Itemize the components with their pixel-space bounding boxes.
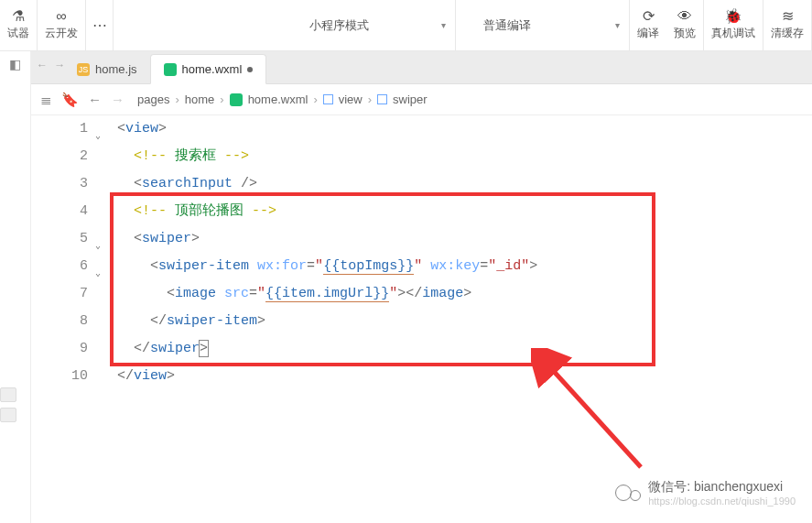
code-line[interactable]: <searchInput /> (117, 170, 812, 198)
breadcrumb-pages[interactable]: pages (137, 93, 169, 106)
breadcrumb-swiper[interactable]: swiper (393, 93, 428, 106)
line-number: 8 (31, 308, 88, 335)
code-line[interactable]: <swiper-item wx:for="{{topImgs}}" wx:key… (117, 253, 812, 280)
eye-icon: 👁 (677, 9, 692, 24)
line-number: 4 (31, 198, 88, 225)
compile-button[interactable]: ⟳ 编译 (630, 0, 666, 50)
line-gutter: 1⌄2345⌄6⌄78910 (31, 115, 97, 523)
breadcrumb-view[interactable]: view (339, 93, 363, 106)
refresh-icon: ⟳ (643, 9, 655, 24)
toolbar-more-icon[interactable]: ⋯ (86, 0, 114, 50)
compile-label: 编译 (637, 26, 659, 41)
cloud-dev-label: 云开发 (45, 26, 78, 41)
line-number: 6⌄ (31, 253, 88, 280)
code-content[interactable]: <view> <!-- 搜索框 --> <searchInput /> <!--… (97, 115, 812, 523)
line-number: 7 (31, 280, 88, 308)
mode-dropdown[interactable]: 小程序模式 ▾ (300, 0, 456, 50)
bookmark-icon[interactable]: 🔖 (61, 92, 79, 108)
back-icon[interactable]: ← (88, 92, 102, 107)
preview-button[interactable]: 👁 预览 (666, 0, 703, 50)
code-line[interactable]: <image src="{{item.imgUrl}}"></image> (117, 280, 812, 308)
code-line[interactable]: </view> (117, 363, 812, 390)
code-editor[interactable]: 1⌄2345⌄6⌄78910 <view> <!-- 搜索框 --> <sear… (31, 115, 812, 523)
left-rail-chips (0, 387, 16, 422)
code-line[interactable]: </swiper> (117, 335, 812, 363)
chevron-down-icon: ▾ (615, 20, 620, 30)
wechat-icon (615, 485, 641, 501)
cloud-dev-button[interactable]: ∞ 云开发 (38, 0, 85, 50)
infinity-icon: ∞ (56, 9, 66, 24)
flask-icon: ⚗ (12, 9, 25, 24)
real-device-button[interactable]: 🐞 真机调试 (704, 0, 763, 50)
line-number: 9 (31, 335, 88, 363)
line-number: 10 (31, 363, 88, 390)
tab-label: home.js (95, 62, 137, 76)
editor-tabs: JShome.jshome.wxml (31, 51, 812, 84)
line-number: 1⌄ (31, 115, 88, 143)
code-line[interactable]: <view> (117, 115, 812, 143)
forward-icon[interactable]: → (111, 92, 125, 107)
editor-left-strip: ◧ (0, 51, 31, 523)
compile-mode-dropdown[interactable]: 普通编译 ▾ (474, 0, 630, 50)
breadcrumb-home[interactable]: home (185, 93, 215, 106)
dirty-dot-icon (247, 67, 253, 72)
bug-icon: 🐞 (724, 9, 742, 24)
breadcrumb: pages›home›home.wxml›view›swiper (137, 93, 428, 106)
code-line[interactable]: <!-- 搜索框 --> (117, 143, 812, 170)
chevron-down-icon: ▾ (441, 20, 446, 30)
wxml-file-icon (230, 93, 243, 106)
real-device-label: 真机调试 (711, 26, 755, 41)
tab-label: home.wxml (182, 62, 243, 76)
line-number: 5⌄ (31, 225, 88, 253)
code-line[interactable]: <!-- 顶部轮播图 --> (117, 198, 812, 225)
watermark-main: 微信号: bianchengxuexi (648, 479, 783, 494)
element-icon (323, 94, 333, 104)
code-line[interactable]: <swiper> (117, 225, 812, 253)
list-icon[interactable]: ≣ (40, 92, 52, 108)
breadcrumb-home.wxml[interactable]: home.wxml (248, 93, 309, 106)
clear-cache-label: 清缓存 (771, 26, 804, 41)
preview-label: 预览 (674, 26, 696, 41)
js-file-icon: JS (77, 63, 90, 76)
split-icon[interactable]: ◧ (9, 57, 21, 71)
compile-mode-label: 普通编译 (483, 17, 531, 34)
debugger-button[interactable]: ⚗ 试器 (0, 0, 37, 50)
watermark-sub: https://blog.csdn.net/qiushi_1990 (648, 496, 796, 507)
clear-cache-button[interactable]: ≋ 清缓存 (763, 0, 811, 50)
mode-dropdown-label: 小程序模式 (309, 17, 369, 34)
tab-home-js[interactable]: JShome.js (64, 55, 150, 83)
debugger-label: 试器 (7, 26, 29, 41)
line-number: 3 (31, 170, 88, 198)
element-icon (377, 94, 387, 104)
tab-home-wxml[interactable]: home.wxml (150, 54, 267, 84)
wxml-file-icon (164, 63, 177, 76)
watermark: 微信号: bianchengxuexi https://blog.csdn.ne… (615, 479, 796, 507)
code-line[interactable]: </swiper-item> (117, 308, 812, 335)
line-number: 2 (31, 143, 88, 170)
top-toolbar: ⚗ 试器 ∞ 云开发 ⋯ 小程序模式 ▾ 普通编译 ▾ ⟳ 编译 👁 预览 🐞 … (0, 0, 812, 51)
editor-subtoolbar: ≣ 🔖 ← → pages›home›home.wxml›view›swiper (31, 84, 812, 115)
layers-icon: ≋ (782, 9, 794, 24)
